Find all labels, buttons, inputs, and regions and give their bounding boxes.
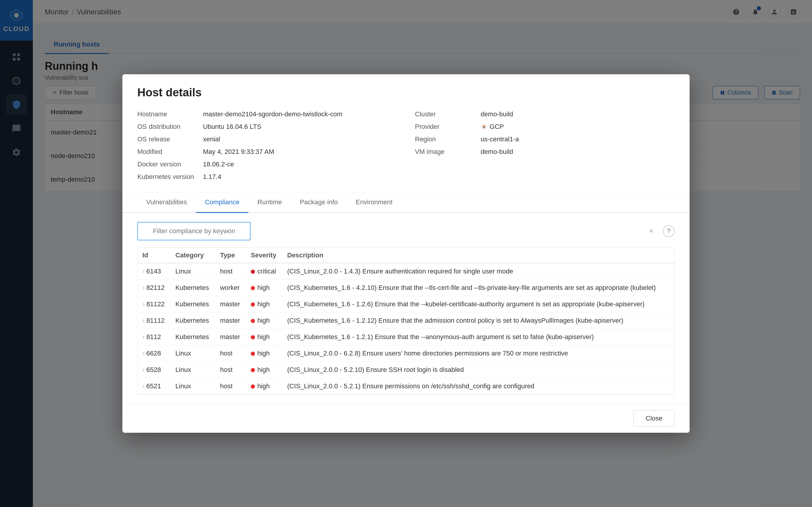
modal-footer: Close (122, 404, 690, 433)
table-row[interactable]: ›81112 Kubernetes master high (CIS_Kuber… (138, 313, 674, 329)
cell-severity: high (246, 362, 283, 378)
gcp-icon (480, 123, 487, 130)
compliance-table-container[interactable]: Id Category Type Severity Description ›6… (137, 247, 675, 395)
table-row[interactable]: ›6143 Linux host critical (CIS_Linux_2.0… (138, 263, 674, 280)
cell-type: host (215, 378, 246, 395)
label-hostname: Hostname (137, 110, 203, 118)
value-vm-image: demo-build (480, 148, 675, 156)
cell-severity: high (246, 313, 283, 329)
cell-id: ›6628 (138, 345, 170, 362)
meta-region: Region us-central1-a (415, 133, 675, 146)
label-k8s: Kubernetes version (137, 173, 203, 181)
table-row[interactable]: ›6628 Linux host high (CIS_Linux_2.0.0 -… (138, 345, 674, 362)
tab-runtime[interactable]: Runtime (248, 192, 291, 213)
meta-os-dist: OS distribution Ubuntu 16.04.6 LTS (137, 120, 397, 133)
close-button[interactable]: Close (633, 410, 675, 427)
cell-type: master (215, 296, 246, 313)
tab-package-info[interactable]: Package info (291, 192, 347, 213)
tab-environment[interactable]: Environment (347, 192, 402, 213)
modal-header: Host details Hostname master-demo2104-sg… (122, 74, 690, 192)
cell-description: (CIS_Kubernetes_1.6 - 4.2.10) Ensure tha… (283, 280, 674, 296)
meta-hostname: Hostname master-demo2104-sgordon-demo-tw… (137, 108, 397, 120)
compliance-filter-wrap: ⊞ × (137, 222, 658, 240)
label-docker: Docker version (137, 161, 203, 168)
label-vm-image: VM image (415, 148, 480, 156)
label-region: Region (415, 135, 480, 143)
table-row[interactable]: ›6521 Linux host high (CIS_Linux_2.0.0 -… (138, 378, 674, 395)
cell-id: ›82112 (138, 280, 170, 296)
cell-description: (CIS_Linux_2.0.0 - 5.2.10) Ensure SSH ro… (283, 362, 674, 378)
cell-category: Kubernetes (170, 280, 215, 296)
value-os-dist: Ubuntu 16.04.6 LTS (203, 123, 397, 131)
col-description: Description (283, 248, 674, 263)
value-docker: 18.06.2-ce (203, 161, 397, 168)
tab-vulnerabilities[interactable]: Vulnerabilities (137, 192, 196, 213)
compliance-filter-row: ⊞ × ? (137, 222, 675, 240)
label-os-dist: OS distribution (137, 123, 203, 131)
col-id: Id (138, 248, 170, 263)
cell-category: Linux (170, 345, 215, 362)
modal-body: ⊞ × ? Id Category Type Severity Descr (122, 213, 690, 404)
meta-right: Cluster demo-build Provider (415, 108, 675, 183)
host-details-modal: Host details Hostname master-demo2104-sg… (122, 74, 690, 433)
table-row[interactable]: ›8112 Kubernetes master high (CIS_Kubern… (138, 329, 674, 345)
compliance-help-button[interactable]: ? (663, 225, 675, 237)
meta-cluster: Cluster demo-build (415, 108, 675, 120)
cell-description: (CIS_Linux_2.0.0 - 6.2.8) Ensure users' … (283, 345, 674, 362)
col-category: Category (170, 248, 215, 263)
meta-modified: Modified May 4, 2021 9:33:37 AM (137, 146, 397, 158)
table-row[interactable]: ›6528 Linux host high (CIS_Linux_2.0.0 -… (138, 362, 674, 378)
cell-severity: high (246, 378, 283, 395)
cell-description: (CIS_Kubernetes_1.6 - 1.2.6) Ensure that… (283, 296, 674, 313)
cell-severity: high (246, 345, 283, 362)
meta-docker: Docker version 18.06.2-ce (137, 158, 397, 171)
label-provider: Provider (415, 123, 480, 131)
cell-category: Kubernetes (170, 313, 215, 329)
value-provider: GCP (480, 123, 675, 131)
cell-id: ›81112 (138, 313, 170, 329)
cell-id: ›6528 (138, 362, 170, 378)
cell-id: ›81122 (138, 296, 170, 313)
cell-id: ›6143 (138, 263, 170, 280)
cell-severity: high (246, 329, 283, 345)
col-type: Type (215, 248, 246, 263)
cell-category: Kubernetes (170, 296, 215, 313)
cell-category: Linux (170, 362, 215, 378)
cell-severity: critical (246, 263, 283, 280)
value-os-release: xenial (203, 135, 397, 143)
label-os-release: OS release (137, 135, 203, 143)
tab-compliance[interactable]: Compliance (196, 192, 248, 213)
meta-provider: Provider GCP (415, 120, 675, 133)
cell-category: Linux (170, 378, 215, 395)
table-row[interactable]: ›81122 Kubernetes master high (CIS_Kuber… (138, 296, 674, 313)
compliance-filter-input[interactable] (137, 222, 250, 240)
meta-k8s: Kubernetes version 1.17.4 (137, 171, 397, 183)
meta-vm-image: VM image demo-build (415, 146, 675, 158)
cell-type: host (215, 345, 246, 362)
cell-type: master (215, 313, 246, 329)
value-modified: May 4, 2021 9:33:37 AM (203, 148, 397, 156)
cell-type: master (215, 329, 246, 345)
cell-severity: high (246, 280, 283, 296)
col-severity: Severity (246, 248, 283, 263)
cell-id: ›6521 (138, 378, 170, 395)
compliance-table: Id Category Type Severity Description ›6… (138, 248, 674, 395)
table-row[interactable]: ›82112 Kubernetes worker high (CIS_Kuber… (138, 280, 674, 296)
compliance-filter-clear[interactable]: × (649, 227, 653, 235)
cell-category: Kubernetes (170, 329, 215, 345)
cell-id: ›8112 (138, 329, 170, 345)
label-modified: Modified (137, 148, 203, 156)
cell-description: (CIS_Linux_2.0.0 - 1.4.3) Ensure authent… (283, 263, 674, 280)
cell-description: (CIS_Linux_2.0.0 - 5.2.1) Ensure permiss… (283, 378, 674, 395)
host-metadata: Hostname master-demo2104-sgordon-demo-tw… (137, 108, 675, 183)
modal-tabs: Vulnerabilities Compliance Runtime Packa… (122, 192, 690, 213)
modal-overlay[interactable]: Host details Hostname master-demo2104-sg… (0, 0, 812, 507)
cell-type: worker (215, 280, 246, 296)
value-region: us-central1-a (480, 135, 675, 143)
cell-category: Linux (170, 263, 215, 280)
value-k8s: 1.17.4 (203, 173, 397, 181)
meta-os-release: OS release xenial (137, 133, 397, 146)
cell-description: (CIS_Kubernetes_1.6 - 1.2.1) Ensure that… (283, 329, 674, 345)
label-cluster: Cluster (415, 110, 480, 118)
cell-description: (CIS_Kubernetes_1.6 - 1.2.12) Ensure tha… (283, 313, 674, 329)
